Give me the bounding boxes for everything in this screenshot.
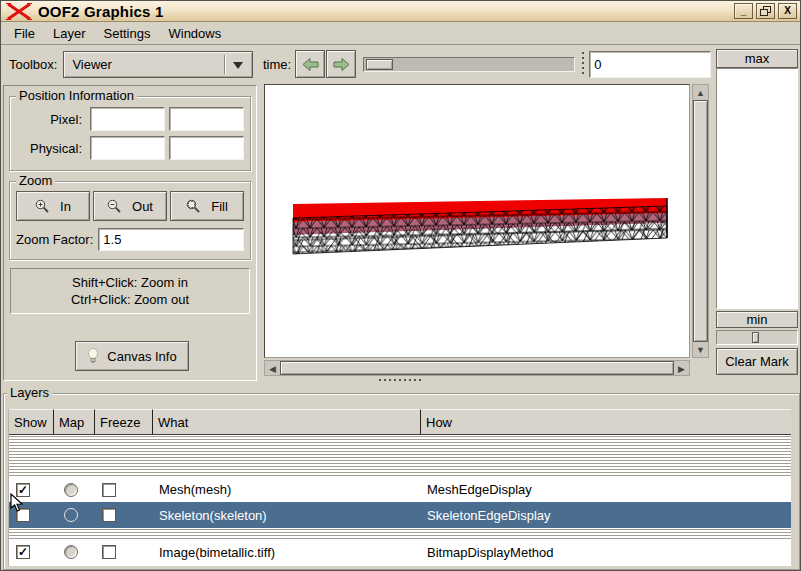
oof2-graphics-window: OOF2 Graphics 1 _ X File Layer Settings … xyxy=(0,0,801,571)
contour-max-label: max xyxy=(745,51,770,66)
physical-y-field[interactable] xyxy=(169,136,244,160)
menu-file[interactable]: File xyxy=(5,23,44,44)
time-next-button[interactable] xyxy=(326,50,356,78)
layer-row-mesh[interactable]: ✓ Mesh(mesh) MeshEdgeDisplay xyxy=(9,477,791,502)
zoom-group: Zoom In xyxy=(9,181,251,260)
minimize-button[interactable]: _ xyxy=(734,3,753,19)
mesh-image xyxy=(265,85,689,357)
lightbulb-icon xyxy=(87,348,99,364)
toolbox-selected-value: Viewer xyxy=(72,57,112,72)
position-information-group: Position Information Pixel: Physical: xyxy=(9,96,251,171)
contourmap-panel: max min Clear Mark xyxy=(713,45,801,385)
scroll-down-icon[interactable]: ▼ xyxy=(693,342,708,357)
layers-frame: Show Map Freeze What How ✓ Mesh(mesh) Me… xyxy=(3,393,800,570)
arrow-right-icon xyxy=(333,57,350,72)
layers-table: Show Map Freeze What How ✓ Mesh(mesh) Me… xyxy=(8,409,791,566)
layer-row-image[interactable]: ✓ Image(bimetallic.tiff) BitmapDisplayMe… xyxy=(9,539,791,565)
column-header-map[interactable]: Map xyxy=(54,409,95,434)
clear-mark-button[interactable]: Clear Mark xyxy=(716,348,798,375)
window-title: OOF2 Graphics 1 xyxy=(38,3,164,20)
layers-section: Layers Show Map Freeze What How ✓ Mesh(m… xyxy=(1,385,801,571)
magnifier-minus-icon xyxy=(107,199,122,214)
contour-mark-slider[interactable] xyxy=(716,330,798,345)
physical-x-field[interactable] xyxy=(90,136,165,160)
pixel-x-field[interactable] xyxy=(90,107,165,131)
scroll-left-icon[interactable]: ◀ xyxy=(265,361,280,376)
restore-button[interactable] xyxy=(756,3,775,19)
physical-label: Physical: xyxy=(16,141,82,156)
zoom-in-label: In xyxy=(60,199,71,214)
zoom-out-label: Out xyxy=(132,199,153,214)
canvas-horizontal-scrollbar[interactable]: ◀ ▶ xyxy=(264,360,690,376)
zoom-factor-label: Zoom Factor: xyxy=(16,232,93,247)
show-checkbox[interactable]: ✓ xyxy=(16,545,30,559)
zoom-factor-field[interactable] xyxy=(98,228,244,251)
time-prev-button[interactable] xyxy=(295,50,325,78)
pane-handle-horizontal[interactable] xyxy=(379,378,423,382)
column-header-what[interactable]: What xyxy=(153,409,421,434)
layer-what: Mesh(mesh) xyxy=(153,482,421,497)
layer-what: Image(bimetallic.tiff) xyxy=(153,545,421,560)
layer-how: SkeletonEdgeDisplay xyxy=(421,508,791,523)
freeze-checkbox[interactable] xyxy=(102,545,116,559)
freeze-checkbox[interactable] xyxy=(102,483,116,497)
close-button[interactable]: X xyxy=(778,3,797,19)
menu-settings[interactable]: Settings xyxy=(94,23,159,44)
contour-colorbar[interactable] xyxy=(716,68,798,309)
graphics-canvas[interactable] xyxy=(264,84,690,358)
vertical-scroll-thumb[interactable] xyxy=(693,100,708,342)
menubar: File Layer Settings Windows xyxy=(1,23,800,45)
zoom-out-button[interactable]: Out xyxy=(93,191,167,221)
position-information-legend: Position Information xyxy=(16,88,137,103)
chevron-down-icon xyxy=(230,57,246,73)
pixel-y-field[interactable] xyxy=(169,107,244,131)
time-slider-handle[interactable] xyxy=(366,59,393,70)
pixel-label: Pixel: xyxy=(16,112,82,127)
pane-handle-vertical[interactable] xyxy=(580,52,586,76)
zoom-legend: Zoom xyxy=(16,173,55,188)
map-radio[interactable] xyxy=(64,545,78,559)
freeze-checkbox[interactable] xyxy=(102,508,116,522)
canvas-area: ▲ ▼ ◀ ▶ xyxy=(259,81,713,385)
toolbox-dropdown[interactable]: Viewer xyxy=(63,51,253,78)
layer-how: BitmapDisplayMethod xyxy=(421,545,791,560)
layer-what: Skeleton(skeleton) xyxy=(153,508,421,523)
magnifier-plus-icon xyxy=(35,199,50,214)
scroll-right-icon[interactable]: ▶ xyxy=(674,361,689,376)
time-slider[interactable] xyxy=(363,57,575,72)
column-header-show[interactable]: Show xyxy=(9,409,54,434)
layer-how: MeshEdgeDisplay xyxy=(421,482,791,497)
graphics-pane: time: xyxy=(259,45,713,385)
mouse-cursor xyxy=(10,493,24,513)
contour-min-label: min xyxy=(747,312,768,327)
toolbox-panel: Toolbox: Viewer Position Information Pix… xyxy=(1,45,259,385)
restore-icon xyxy=(760,6,771,16)
canvas-info-label: Canvas Info xyxy=(107,349,176,364)
scroll-up-icon[interactable]: ▲ xyxy=(693,85,708,100)
zoom-in-button[interactable]: In xyxy=(16,191,90,221)
zoom-fill-label: Fill xyxy=(211,199,228,214)
map-radio[interactable] xyxy=(64,483,78,497)
time-value-field[interactable] xyxy=(589,51,711,78)
empty-layer-rows xyxy=(9,528,791,539)
horizontal-scroll-thumb[interactable] xyxy=(280,361,674,375)
oof2-logo-icon xyxy=(6,3,32,20)
menu-layer[interactable]: Layer xyxy=(44,23,95,44)
zoom-hint-box: Shift+Click: Zoom in Ctrl+Click: Zoom ou… xyxy=(10,268,250,314)
contour-mark-slider-handle[interactable] xyxy=(752,332,759,343)
magnifier-fill-icon xyxy=(186,199,201,214)
layer-row-skeleton[interactable]: Skeleton(skeleton) SkeletonEdgeDisplay xyxy=(9,502,791,528)
toolbox-label: Toolbox: xyxy=(9,57,57,72)
canvas-vertical-scrollbar[interactable]: ▲ ▼ xyxy=(692,84,709,358)
menu-windows[interactable]: Windows xyxy=(159,23,230,44)
timebar: time: xyxy=(263,49,711,79)
arrow-left-icon xyxy=(302,57,319,72)
zoom-hint-line2: Ctrl+Click: Zoom out xyxy=(13,291,247,308)
titlebar[interactable]: OOF2 Graphics 1 _ X xyxy=(1,1,800,22)
canvas-info-button[interactable]: Canvas Info xyxy=(75,341,189,371)
column-header-how[interactable]: How xyxy=(421,409,791,434)
column-header-freeze[interactable]: Freeze xyxy=(95,409,153,434)
zoom-fill-button[interactable]: Fill xyxy=(170,191,244,221)
time-label: time: xyxy=(263,57,291,72)
map-radio[interactable] xyxy=(64,508,78,522)
